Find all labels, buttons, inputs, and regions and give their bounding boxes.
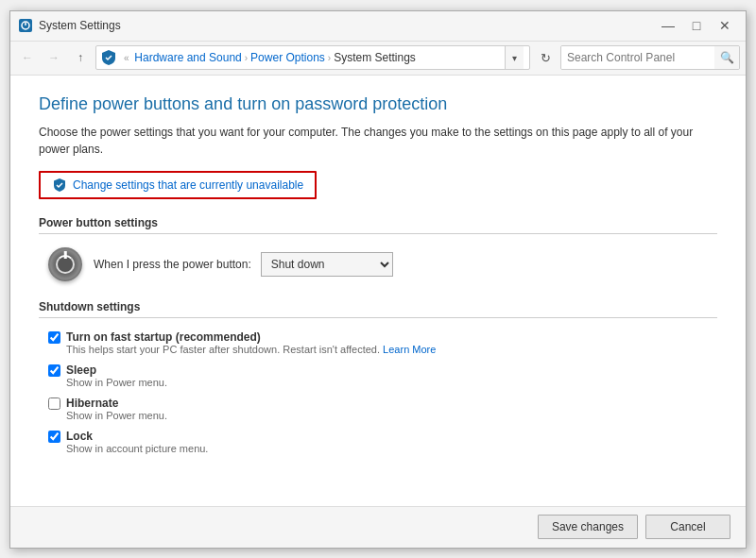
breadcrumb-hardware[interactable]: Hardware and Sound [134, 51, 241, 64]
breadcrumb-sep2: › [328, 53, 331, 63]
shutdown-section-header: Shutdown settings [39, 300, 717, 318]
checkbox-row-hibernate: Hibernate Show in Power menu. [39, 396, 717, 421]
hibernate-desc: Show in Power menu. [66, 410, 167, 421]
search-input[interactable] [561, 46, 714, 69]
navigation-bar: ← → ↑ « Hardware and Sound › Power Optio… [10, 42, 746, 76]
hibernate-content: Hibernate Show in Power menu. [66, 396, 167, 421]
window-title: System Settings [39, 19, 655, 32]
hibernate-label[interactable]: Hibernate [66, 397, 118, 410]
search-button[interactable]: 🔍 [714, 45, 739, 70]
footer: Save changes Cancel [10, 506, 746, 548]
checkbox-row-fast-startup: Turn on fast startup (recommended) This … [39, 330, 717, 355]
change-settings-button[interactable]: Change settings that are currently unava… [39, 171, 317, 199]
search-box: 🔍 [560, 45, 740, 70]
checkbox-row-lock: Lock Show in account picture menu. [39, 429, 717, 454]
power-icon [48, 247, 82, 281]
sleep-desc: Show in Power menu. [66, 377, 167, 388]
address-bar: « Hardware and Sound › Power Options › S… [95, 45, 530, 70]
main-content: Define power buttons and turn on passwor… [10, 76, 746, 506]
power-action-dropdown[interactable]: Do nothing Sleep Hibernate Shut down Tur… [261, 252, 393, 277]
sleep-label[interactable]: Sleep [66, 364, 96, 377]
refresh-button[interactable]: ↻ [534, 46, 557, 69]
breadcrumb-current: System Settings [334, 51, 416, 64]
power-button-label: When I press the power button: [94, 258, 251, 271]
power-button-row: When I press the power button: Do nothin… [39, 247, 717, 281]
save-changes-button[interactable]: Save changes [538, 515, 638, 539]
fast-startup-checkbox[interactable] [48, 331, 60, 344]
system-settings-window: System Settings — □ ✕ ← → ↑ « Hardware a… [9, 10, 747, 549]
window-controls: — □ ✕ [655, 15, 738, 36]
maximize-button[interactable]: □ [683, 15, 710, 36]
hibernate-checkbox[interactable] [48, 397, 60, 410]
lock-content: Lock Show in account picture menu. [66, 429, 208, 454]
sleep-content: Sleep Show in Power menu. [66, 363, 167, 388]
sleep-checkbox[interactable] [48, 364, 60, 377]
learn-more-link[interactable]: Learn More [383, 344, 436, 355]
cancel-button[interactable]: Cancel [645, 515, 730, 539]
shield-icon [100, 49, 117, 66]
power-icon-inner [56, 255, 75, 274]
breadcrumb-power-options[interactable]: Power Options [250, 51, 325, 64]
minimize-button[interactable]: — [655, 15, 681, 36]
breadcrumb-prefix: « [124, 53, 131, 63]
back-button[interactable]: ← [16, 46, 39, 69]
close-button[interactable]: ✕ [712, 15, 738, 36]
window-icon [18, 18, 33, 33]
fast-startup-content: Turn on fast startup (recommended) This … [66, 330, 436, 355]
address-dropdown-button[interactable]: ▾ [505, 45, 524, 70]
up-button[interactable]: ↑ [69, 46, 92, 69]
title-bar: System Settings — □ ✕ [10, 11, 746, 42]
power-button-section-header: Power button settings [39, 216, 717, 234]
lock-checkbox[interactable] [48, 431, 60, 443]
fast-startup-desc: This helps start your PC faster after sh… [66, 344, 436, 355]
shield-settings-icon [52, 178, 67, 193]
lock-label[interactable]: Lock [66, 430, 93, 443]
forward-button[interactable]: → [43, 46, 65, 69]
checkbox-row-sleep: Sleep Show in Power menu. [39, 363, 717, 388]
lock-desc: Show in account picture menu. [66, 443, 208, 454]
change-settings-label: Change settings that are currently unava… [73, 178, 303, 192]
fast-startup-label[interactable]: Turn on fast startup (recommended) [66, 330, 261, 344]
page-title: Define power buttons and turn on passwor… [39, 94, 717, 114]
page-description: Choose the power settings that you want … [39, 124, 717, 158]
breadcrumb: « Hardware and Sound › Power Options › S… [121, 51, 505, 64]
breadcrumb-sep1: › [245, 53, 248, 63]
